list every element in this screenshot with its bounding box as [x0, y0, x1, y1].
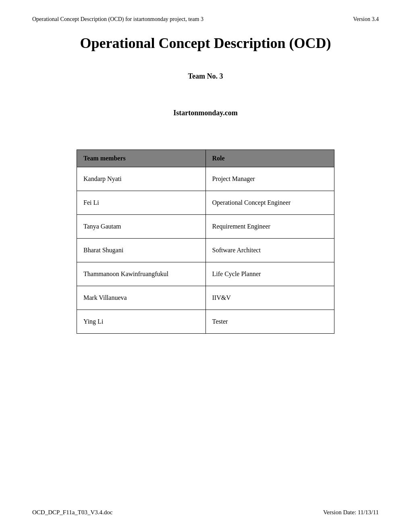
member-role: IIV&V [206, 286, 334, 310]
member-role: Software Architect [206, 239, 334, 262]
header-version: Version 3.4 [353, 16, 379, 23]
member-name: Fei Li [77, 191, 206, 215]
table-row: Ying LiTester [77, 310, 334, 334]
table-row: Thammanoon KawinfruangfukulLife Cycle Pl… [77, 262, 334, 286]
team-table: Team members Role Kandarp NyatiProject M… [77, 150, 334, 334]
header-meta: Operational Concept Description (OCD) fo… [32, 16, 379, 23]
member-name: Ying Li [77, 310, 206, 334]
table-header-row: Team members Role [77, 150, 334, 167]
footer-right: Version Date: 11/13/11 [323, 509, 379, 516]
footer-left: OCD_DCP_F11a_T03_V3.4.doc [32, 509, 112, 516]
col-members-header: Team members [77, 150, 206, 167]
footer: OCD_DCP_F11a_T03_V3.4.doc Version Date: … [32, 509, 379, 516]
table-row: Bharat ShuganiSoftware Architect [77, 239, 334, 262]
team-number: Team No. 3 [32, 72, 379, 81]
member-name: Thammanoon Kawinfruangfukul [77, 262, 206, 286]
member-name: Kandarp Nyati [77, 167, 206, 191]
table-row: Mark VillanuevaIIV&V [77, 286, 334, 310]
member-name: Tanya Gautam [77, 215, 206, 239]
member-role: Requirement Engineer [206, 215, 334, 239]
member-name: Bharat Shugani [77, 239, 206, 262]
member-name: Mark Villanueva [77, 286, 206, 310]
member-role: Project Manager [206, 167, 334, 191]
main-title: Operational Concept Description (OCD) [32, 35, 379, 52]
subtitle-section: Team No. 3 Istartonmonday.com [32, 72, 379, 117]
page: Operational Concept Description (OCD) fo… [0, 0, 411, 532]
member-role: Operational Concept Engineer [206, 191, 334, 215]
member-role: Life Cycle Planner [206, 262, 334, 286]
header-meta-title: Operational Concept Description (OCD) fo… [32, 16, 203, 23]
member-role: Tester [206, 310, 334, 334]
website: Istartonmonday.com [32, 109, 379, 117]
table-row: Tanya GautamRequirement Engineer [77, 215, 334, 239]
table-row: Kandarp NyatiProject Manager [77, 167, 334, 191]
table-row: Fei LiOperational Concept Engineer [77, 191, 334, 215]
col-role-header: Role [206, 150, 334, 167]
